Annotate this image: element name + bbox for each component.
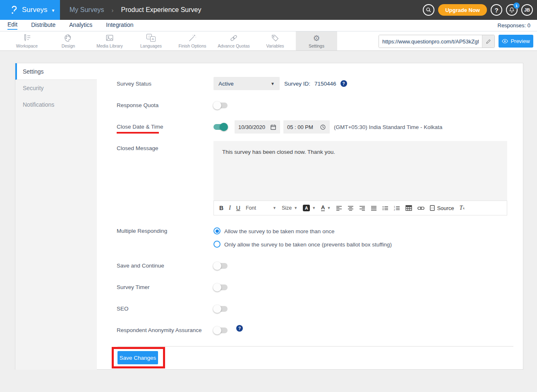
chevron-down-icon: ▼ <box>327 206 331 210</box>
ribbon-item-workspace[interactable]: Workspace <box>6 31 48 50</box>
svg-text:2: 2 <box>394 208 395 211</box>
toggle-knob <box>213 326 221 335</box>
sidebar-item-notifications[interactable]: Notifications <box>15 96 97 113</box>
survey-url-input[interactable] <box>379 35 482 48</box>
ribbon-item-languages[interactable]: ☆ A Languages <box>130 31 172 50</box>
preview-label: Preview <box>511 38 530 44</box>
tab-integration[interactable]: Integration <box>106 22 133 29</box>
font-select[interactable]: Font ▼ <box>246 205 276 211</box>
survey-id-label: Survey ID: <box>284 81 310 87</box>
survey-status-value: Active <box>218 81 271 87</box>
breadcrumb-my-surveys[interactable]: My Surveys <box>70 6 104 14</box>
chevron-down-icon: ▼ <box>271 81 275 86</box>
ribbon-item-media-library[interactable]: Media Library <box>89 31 130 50</box>
tab-distribute[interactable]: Distribute <box>31 22 55 29</box>
source-label: Source <box>437 205 454 211</box>
radio-multiple-allowed[interactable] <box>213 227 221 234</box>
svg-text:1: 1 <box>394 206 395 208</box>
toggle-knob <box>220 123 228 131</box>
tag-icon <box>271 34 280 42</box>
sidebar-item-settings[interactable]: Settings <box>15 63 97 80</box>
italic-button[interactable]: I <box>229 205 231 211</box>
remove-format-button[interactable]: Tx <box>460 205 465 211</box>
align-right-button[interactable] <box>359 206 365 211</box>
search-icon <box>425 7 432 13</box>
close-date-input[interactable]: 10/30/2020 <box>235 120 280 134</box>
ribbon-item-advance-quotas[interactable]: Advance Quotas <box>213 31 254 50</box>
size-select-label: Size <box>282 205 292 211</box>
ribbon-item-design[interactable]: Design <box>48 31 89 50</box>
ribbon-item-settings[interactable]: ⚙ Settings <box>296 31 337 50</box>
primary-nav: Edit Distribute Analytics Integration Re… <box>0 20 537 31</box>
radio-once-only-label: Only allow the survey to be taken once (… <box>224 241 392 248</box>
survey-timer-toggle[interactable] <box>213 284 228 290</box>
bgcolor-letter: A <box>303 205 310 211</box>
preview-button[interactable]: Preview <box>499 35 533 48</box>
justify-button[interactable] <box>371 206 377 211</box>
source-button[interactable]: <> Source <box>430 205 454 211</box>
image-icon <box>105 34 114 42</box>
ribbon-item-variables[interactable]: Variables <box>254 31 296 50</box>
ribbon-item-finish-options[interactable]: Finish Options <box>172 31 213 50</box>
chevron-down-icon: ▼ <box>273 206 276 210</box>
close-time-value: 05 : 00 PM <box>287 124 313 130</box>
eye-icon <box>502 39 508 43</box>
save-changes-button[interactable]: Save Changes <box>117 351 158 364</box>
tab-edit[interactable]: Edit <box>7 21 17 30</box>
close-date-label: Close Date & Time <box>117 124 163 130</box>
survey-status-select[interactable]: Active ▼ <box>213 77 280 90</box>
table-button[interactable] <box>405 205 412 211</box>
notifications-button[interactable]: 1 <box>506 4 518 16</box>
sidebar-item-security[interactable]: Security <box>15 80 97 96</box>
product-switcher[interactable]: Surveys ▼ <box>0 0 60 20</box>
textcolor-button[interactable]: A ▼ <box>321 205 331 211</box>
bold-button[interactable]: B <box>219 205 223 211</box>
search-button[interactable] <box>423 4 434 16</box>
upgrade-now-button[interactable]: Upgrade Now <box>438 4 487 16</box>
close-date-value: 10/30/2020 <box>238 124 265 130</box>
chevron-down-icon: ▼ <box>294 206 297 210</box>
red-underline-annotation <box>117 132 159 134</box>
tab-analytics[interactable]: Analytics <box>69 22 92 29</box>
survey-status-label: Survey Status <box>117 81 151 87</box>
save-and-continue-toggle[interactable] <box>213 263 228 269</box>
align-center-button[interactable] <box>348 206 354 211</box>
translate-icon: ☆ A <box>146 34 156 42</box>
remove-format-t: T <box>460 205 463 211</box>
bullet-list-button[interactable] <box>382 206 388 211</box>
bgcolor-button[interactable]: A ▼ <box>303 205 316 211</box>
radio-once-only[interactable] <box>213 241 221 248</box>
chevron-down-icon: ▼ <box>312 206 316 210</box>
response-quota-toggle[interactable] <box>213 103 228 108</box>
link-icon[interactable] <box>417 206 424 210</box>
ribbon-label: Finish Options <box>178 43 206 48</box>
anonymity-toggle[interactable] <box>213 327 228 333</box>
edit-url-button[interactable] <box>482 35 494 48</box>
avatar[interactable]: JB <box>521 4 533 16</box>
chain-icon <box>229 34 238 42</box>
svg-text:<>: <> <box>431 207 434 209</box>
help-button[interactable]: ? <box>491 4 502 16</box>
palette-icon <box>64 34 73 42</box>
top-bar: Surveys ▼ My Surveys › Product Experienc… <box>0 0 537 20</box>
seo-toggle[interactable] <box>213 306 228 312</box>
response-quota-label: Response Quota <box>117 102 158 108</box>
calendar-icon <box>270 124 276 130</box>
questionpro-logo-icon <box>9 5 18 15</box>
footer-divider <box>117 346 513 347</box>
gear-icon: ⚙ <box>313 34 320 42</box>
ribbon-label: Advance Quotas <box>218 43 250 48</box>
underline-button[interactable]: U <box>236 205 240 211</box>
size-select[interactable]: Size ▼ <box>282 205 297 211</box>
closed-message-textarea[interactable]: This survey has been closed now. Thank y… <box>213 141 507 201</box>
close-time-input[interactable]: 05 : 00 PM <box>283 120 330 134</box>
toggle-knob <box>213 283 221 292</box>
anonymity-help-icon[interactable]: ? <box>236 325 243 332</box>
survey-id-help-icon[interactable]: ? <box>340 80 347 87</box>
ribbon-toolbar: Workspace Design Media Library ☆ A <box>0 31 537 51</box>
textcolor-letter: A <box>321 205 325 211</box>
anonymity-label: Respondent Anonymity Assurance <box>117 327 202 333</box>
close-date-toggle[interactable] <box>213 124 228 130</box>
numbered-list-button[interactable]: 12 <box>394 206 400 211</box>
align-left-button[interactable] <box>336 206 342 211</box>
